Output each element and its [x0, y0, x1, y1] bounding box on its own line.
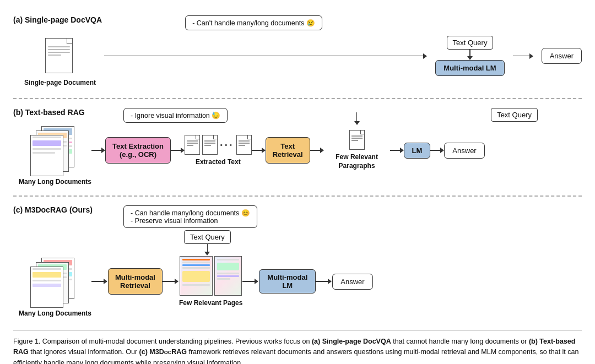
section-c: (c) M3DocRAG (Ours) - Can handle many/lo…	[13, 200, 582, 324]
section-a-answer: Answer	[542, 48, 582, 64]
section-a-text-query: Text Query	[447, 36, 494, 50]
section-b-doc-label: Many Long Documents	[19, 178, 91, 186]
section-c-doc-label: Many Long Documents	[19, 309, 91, 317]
section-c-multimodal-retrieval: Multi-modal Retrieval	[108, 268, 163, 295]
relevant-paragraphs: Few Relevant Paragraphs	[324, 130, 390, 170]
section-c-label: (c) M3DocRAG (Ours)	[13, 205, 118, 214]
section-a-multimodal-lm: Multi-modal LM	[435, 60, 504, 76]
relevant-paragraphs-label: Few Relevant Paragraphs	[324, 153, 390, 170]
section-b-text-extraction: Text Extraction (e.g., OCR)	[105, 137, 171, 164]
extracted-text-label: Extracted Text	[196, 158, 241, 166]
diagram-container: (a) Single-page DocVQA - Can't handle ma…	[13, 10, 582, 364]
relevant-pages-label: Few Relevant Pages	[179, 299, 242, 307]
dots-b: ···	[220, 139, 234, 151]
caption-text: Figure 1. Comparison of multi-modal docu…	[13, 338, 578, 364]
section-c-callout: - Can handle many/long documents 😊 - Pre…	[123, 205, 257, 228]
relevant-page-2	[214, 256, 242, 296]
section-b-answer: Answer	[444, 143, 484, 159]
section-a-label: (a) Single-page DocVQA	[13, 15, 102, 24]
section-b-docs: Many Long Documents	[19, 126, 91, 186]
extracted-text: ··· Extracted Text	[185, 135, 252, 166]
section-c-answer: Answer	[332, 274, 372, 290]
section-b-lm: LM	[404, 143, 431, 159]
section-b: (b) Text-based RAG - Ignore visual infor…	[13, 102, 582, 192]
section-a: (a) Single-page DocVQA - Can't handle ma…	[13, 10, 582, 95]
section-b-callout: - Ignore visual information 😓	[123, 108, 228, 123]
single-page-doc: Single-page Document	[24, 38, 96, 86]
section-a-callout: - Can't handle many/long documents 😢	[185, 15, 322, 30]
single-page-doc-label: Single-page Document	[24, 79, 96, 86]
section-c-docs: Many Long Documents	[19, 258, 91, 317]
figure-caption: Figure 1. Comparison of multi-modal docu…	[13, 330, 582, 364]
section-c-multimodal-lm: Multi-modal LM	[259, 269, 316, 294]
section-c-text-query: Text Query	[184, 230, 231, 244]
relevant-page-1	[180, 256, 213, 296]
relevant-pages: Few Relevant Pages	[179, 256, 242, 307]
section-b-text-query: Text Query	[491, 108, 538, 122]
divider-bc	[13, 195, 582, 197]
section-b-text-retrieval: Text Retrieval	[266, 137, 310, 164]
section-b-label: (b) Text-based RAG	[13, 108, 112, 117]
divider-ab	[13, 98, 582, 99]
